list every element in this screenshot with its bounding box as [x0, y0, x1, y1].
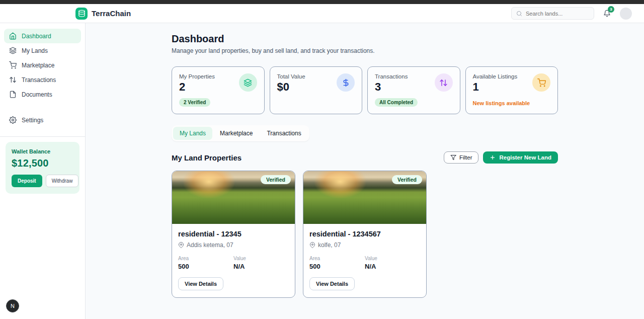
stat-card-my-properties: My Properties 2 2 Verified [172, 66, 265, 114]
property-location: kolfe, 07 [318, 242, 341, 249]
layers-icon [9, 47, 17, 54]
search-input[interactable] [526, 11, 589, 17]
value-value: N/A [233, 263, 289, 270]
verified-badge: Verified [261, 175, 291, 184]
sidebar-item-marketplace[interactable]: Marketplace [4, 58, 81, 72]
sidebar-item-label: Documents [22, 91, 52, 98]
area-label: Area [178, 256, 233, 261]
wallet-balance-card: Wallet Balance $12,500 Deposit Withdraw [6, 142, 79, 194]
sidebar-item-settings[interactable]: Settings [4, 113, 81, 127]
tab-marketplace[interactable]: Marketplace [213, 127, 259, 140]
document-icon [9, 91, 17, 98]
map-pin-icon [178, 242, 184, 248]
property-location: Addis ketema, 07 [187, 242, 233, 249]
avatar[interactable] [620, 8, 632, 20]
stat-card-available-listings: Available Listings 1 New listings availa… [465, 66, 558, 114]
content-tabs: My Lands Marketplace Transactions [172, 125, 309, 141]
value-label: Value [233, 256, 289, 261]
land-photo: Verified [303, 171, 426, 224]
area-value: 500 [178, 263, 233, 270]
funnel-icon [450, 154, 456, 161]
area-label: Area [309, 256, 365, 261]
withdraw-button[interactable]: Withdraw [46, 175, 79, 187]
brand-name: TerraChain [92, 9, 131, 18]
sidebar-item-label: Settings [22, 117, 43, 124]
status-badge: 2 Verified [179, 98, 210, 107]
page-subtitle: Manage your land properties, buy and sel… [172, 47, 558, 54]
stat-card-total-value: Total Value $0 [270, 66, 363, 114]
deposit-button[interactable]: Deposit [12, 175, 42, 187]
window-top-bar [0, 0, 644, 4]
wallet-amount: $12,500 [12, 157, 73, 169]
filter-button[interactable]: Filter [444, 151, 479, 164]
main-content: Dashboard Manage your land properties, b… [86, 23, 644, 319]
property-card[interactable]: Verified residential - 12345 Addis ketem… [172, 171, 295, 298]
verified-badge: Verified [392, 175, 422, 184]
wallet-title: Wallet Balance [12, 148, 73, 154]
notification-count-badge: 3 [608, 6, 614, 13]
tab-my-lands[interactable]: My Lands [173, 127, 212, 140]
top-navbar: TerraChain 3 [0, 4, 644, 23]
plus-icon [490, 154, 496, 161]
home-icon [9, 32, 17, 40]
stat-card-transactions: Transactions 3 All Completed [367, 66, 460, 114]
sidebar-item-label: My Lands [22, 47, 48, 54]
dollar-icon [337, 73, 355, 92]
property-card[interactable]: Verified residential - 1234567 kolfe, 07 [303, 171, 427, 298]
gear-icon [9, 116, 17, 124]
search-box[interactable] [511, 7, 594, 20]
property-title: residential - 12345 [178, 230, 289, 238]
tab-transactions[interactable]: Transactions [260, 127, 307, 140]
cart-icon [9, 61, 17, 69]
search-icon [516, 11, 522, 17]
land-photo: Verified [172, 171, 295, 224]
status-badge: All Completed [375, 98, 418, 107]
property-title: residential - 1234567 [309, 230, 420, 238]
notifications-button[interactable]: 3 [603, 10, 611, 17]
sidebar-item-label: Marketplace [22, 62, 54, 69]
sidebar-item-transactions[interactable]: Transactions [4, 72, 81, 87]
value-value: N/A [365, 263, 420, 270]
sidebar-item-my-lands[interactable]: My Lands [4, 43, 81, 58]
sidebar-item-dashboard[interactable]: Dashboard [4, 29, 81, 43]
sidebar: Dashboard My Lands Marketplace Transacti… [0, 23, 86, 319]
stat-note: New listings available [473, 100, 551, 106]
sidebar-item-label: Dashboard [22, 33, 51, 40]
brand[interactable]: TerraChain [75, 8, 131, 20]
sidebar-item-documents[interactable]: Documents [4, 87, 81, 102]
terrachain-logo-icon [75, 8, 88, 20]
stats-row: My Properties 2 2 Verified Total Value $… [172, 66, 558, 114]
section-title: My Land Properties [172, 153, 242, 162]
page-title: Dashboard [172, 33, 558, 45]
arrows-up-down-icon [9, 76, 17, 84]
area-value: 500 [309, 263, 365, 270]
arrows-up-down-icon [435, 73, 453, 92]
map-pin-icon [309, 242, 315, 248]
cart-icon [532, 73, 550, 92]
sidebar-divider [0, 136, 85, 137]
view-details-button[interactable]: View Details [309, 277, 355, 290]
sidebar-item-label: Transactions [22, 76, 56, 84]
view-details-button[interactable]: View Details [178, 277, 223, 290]
n-badge-fab[interactable]: N [6, 299, 19, 312]
register-new-land-button[interactable]: Register New Land [483, 151, 558, 164]
layers-icon [239, 73, 257, 92]
property-grid: Verified residential - 12345 Addis ketem… [172, 171, 558, 298]
value-label: Value [365, 256, 420, 261]
